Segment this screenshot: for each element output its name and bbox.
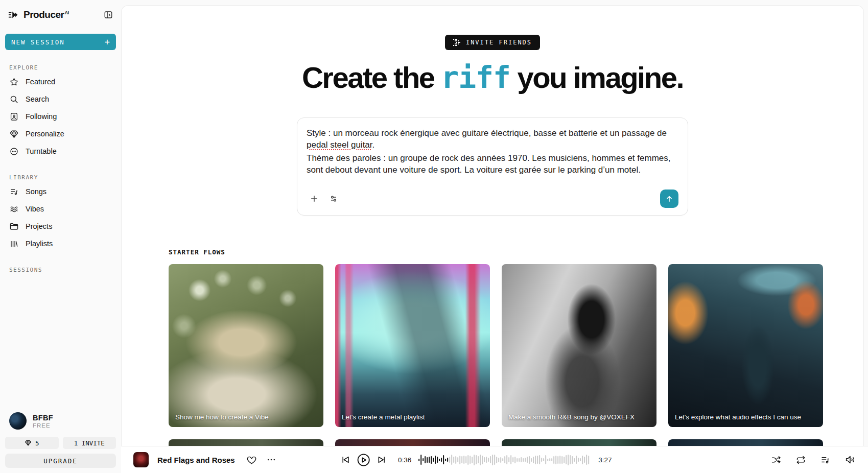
prompt-style-paragraph: Style : un morceau rock énergique avec g… <box>307 127 678 151</box>
album-art[interactable] <box>133 452 149 467</box>
previous-track-button[interactable] <box>340 455 350 465</box>
card-caption: Make a smooth R&B song by @VOXEFX <box>508 413 650 421</box>
prompt-toolbar <box>307 190 678 208</box>
volume-icon <box>844 454 856 465</box>
gem-icon <box>9 129 19 139</box>
songs-icon <box>9 187 19 197</box>
sidebar-item-label: Featured <box>26 78 55 86</box>
transport-controls <box>340 453 387 467</box>
submit-prompt-button[interactable] <box>660 190 678 208</box>
gem-icon <box>25 439 32 446</box>
card-caption: Let's explore what audio effects I can u… <box>675 413 816 421</box>
prompt-input[interactable]: Style : un morceau rock énergique avec g… <box>307 127 678 176</box>
waveform[interactable] <box>418 454 591 466</box>
sidebar-item-projects[interactable]: Projects <box>5 218 116 235</box>
star-icon <box>9 77 19 87</box>
like-button[interactable] <box>246 455 257 465</box>
sidebar-item-personalize[interactable]: Personalize <box>5 125 116 143</box>
card-caption: Let's create a metal playlist <box>342 413 483 421</box>
sidebar-item-featured[interactable]: Featured <box>5 73 116 90</box>
section-label-sessions: SESSIONS <box>5 267 116 273</box>
avatar[interactable] <box>9 412 27 430</box>
plus-icon <box>309 194 319 204</box>
shuffle-icon <box>771 455 782 465</box>
plus-icon: + <box>105 37 110 47</box>
sidebar-item-search[interactable]: Search <box>5 90 116 108</box>
sidebar-footer: BFBF FREE 5 1 INVITE UPGRADE <box>5 409 116 468</box>
repeat-icon <box>795 455 806 465</box>
section-label-library: LIBRARY <box>5 174 116 181</box>
app-name: ProducerAI <box>24 9 68 20</box>
queue-icon <box>820 455 831 465</box>
sidebar-item-label: Playlists <box>26 240 53 248</box>
user-profile[interactable]: BFBF FREE <box>5 409 116 437</box>
card-caption: Show me how to create a Vibe <box>175 413 317 421</box>
vibes-icon <box>9 204 19 214</box>
sidebar-item-playlists[interactable]: Playlists <box>5 235 116 252</box>
panel-collapse-icon <box>104 10 113 19</box>
sidebar-item-label: Turntable <box>26 147 57 155</box>
sidebar-item-turntable[interactable]: Turntable <box>5 143 116 160</box>
sidebar-item-vibes[interactable]: Vibes <box>5 200 116 218</box>
prompt-theme-paragraph: Thème des paroles : un groupe de rock de… <box>307 152 678 176</box>
new-session-label: NEW SESSION <box>11 38 65 46</box>
page-title: Create the riff you imagine. <box>122 60 863 95</box>
heading-highlight: riff <box>441 60 510 95</box>
skip-forward-icon <box>377 455 387 465</box>
shuffle-button[interactable] <box>771 455 782 465</box>
more-options-button[interactable] <box>266 455 276 465</box>
search-icon <box>9 94 19 104</box>
play-button[interactable] <box>356 453 371 467</box>
queue-button[interactable] <box>820 455 831 465</box>
settings-button[interactable] <box>326 191 341 206</box>
playback-center: 0:36 3:27 <box>340 446 616 473</box>
credits-count: 5 <box>35 439 39 447</box>
following-icon <box>9 112 19 122</box>
sidebar-item-songs[interactable]: Songs <box>5 183 116 200</box>
play-icon <box>356 453 371 467</box>
sidebar-item-following[interactable]: Following <box>5 108 116 125</box>
attach-button[interactable] <box>307 191 322 206</box>
elapsed-time: 0:36 <box>394 456 411 464</box>
sidebar-item-label: Following <box>26 112 57 121</box>
skip-back-icon <box>340 455 350 465</box>
app-name-superscript: AI <box>64 10 68 15</box>
ellipsis-icon <box>266 455 276 465</box>
sliders-icon <box>329 194 339 204</box>
section-label-explore: EXPLORE <box>5 64 116 71</box>
player-bar: Red Flags and Roses 0:36 3:27 <box>121 446 868 473</box>
turntable-icon <box>9 147 19 156</box>
producer-logo[interactable]: ProducerAI <box>8 9 68 20</box>
player-right-controls <box>771 454 856 465</box>
volume-button[interactable] <box>844 454 856 465</box>
starter-flows-section: STARTER FLOWS Show me how to create a Vi… <box>169 248 863 451</box>
spellcheck-flagged-text: pedal steel guitar <box>307 140 372 150</box>
collapse-sidebar-button[interactable] <box>104 10 113 19</box>
invite-friends-label: INVITE FRIENDS <box>466 39 532 46</box>
starter-flow-card-rnb-song[interactable]: Make a smooth R&B song by @VOXEFX <box>502 264 656 427</box>
folder-icon <box>9 222 19 231</box>
playlists-icon <box>9 239 19 249</box>
producer-logo-icon <box>8 9 19 20</box>
user-name: BFBF <box>33 414 53 422</box>
starter-flow-card-metal-playlist[interactable]: Let's create a metal playlist <box>335 264 490 427</box>
starter-flow-card-audio-effects[interactable]: Let's explore what audio effects I can u… <box>668 264 823 427</box>
credits-chip[interactable]: 5 <box>5 437 59 449</box>
main-panel: INVITE FRIENDS Create the riff you imagi… <box>121 5 864 473</box>
sidebar-item-label: Personalize <box>26 130 64 138</box>
new-session-button[interactable]: NEW SESSION + <box>5 34 116 50</box>
user-plan-badge: FREE <box>33 422 53 429</box>
total-duration: 3:27 <box>598 456 616 464</box>
invite-friends-button[interactable]: INVITE FRIENDS <box>445 35 540 50</box>
upgrade-button[interactable]: UPGRADE <box>5 454 116 468</box>
next-track-button[interactable] <box>377 455 387 465</box>
starter-flows-label: STARTER FLOWS <box>169 248 863 256</box>
starter-flow-card-vibe[interactable]: Show me how to create a Vibe <box>169 264 323 427</box>
invite-count-label: 1 INVITE <box>74 439 105 447</box>
sidebar-header: ProducerAI <box>5 9 116 20</box>
invite-chip[interactable]: 1 INVITE <box>63 437 116 449</box>
sidebar-item-label: Search <box>26 95 49 103</box>
heart-icon <box>246 455 257 465</box>
arrow-up-icon <box>665 194 674 203</box>
repeat-button[interactable] <box>795 455 806 465</box>
